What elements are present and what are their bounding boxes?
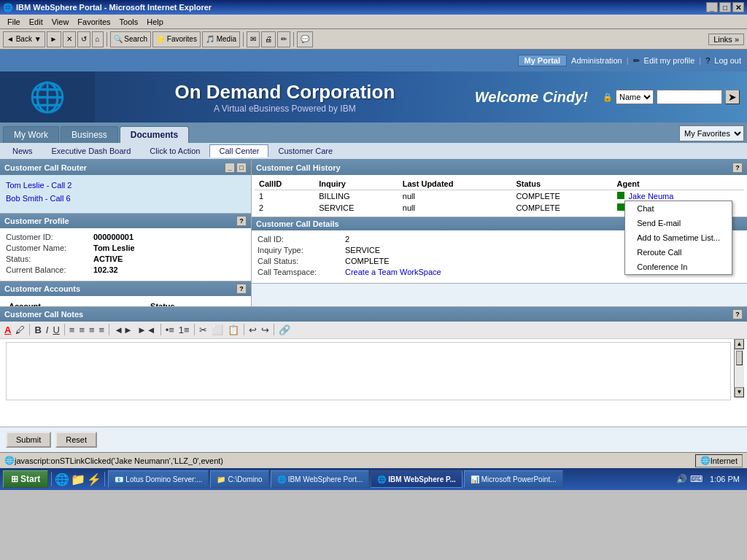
sub-tab-exec-dash[interactable]: Executive Dash Board (42, 144, 141, 158)
home-button[interactable]: ⌂ (92, 31, 104, 47)
window-controls[interactable]: _ □ ✕ (706, 2, 744, 12)
numbered-list-button[interactable]: 1≡ (177, 324, 191, 336)
history-inquiry-2: SERVICE (314, 202, 398, 214)
menu-file[interactable]: File (3, 16, 25, 28)
scroll-down-btn[interactable]: ▼ (735, 387, 744, 397)
mail-button[interactable]: ✉ (247, 31, 260, 47)
favorites-select[interactable]: My Favorites (679, 125, 744, 141)
create-teamspace-link[interactable]: Create a Team WorkSpace (345, 268, 441, 276)
search-button[interactable]: 🔍 Search (110, 31, 151, 47)
bold-button[interactable]: B (33, 324, 42, 336)
bottom-buttons: Submit Reset (0, 427, 747, 452)
call-bob-smith[interactable]: Bob Smith - Call 6 (6, 194, 245, 203)
back-button[interactable]: ◄ Back ▼ (3, 31, 45, 47)
sub-tab-click-to-action[interactable]: Click to Action (140, 144, 209, 158)
call-router-controls[interactable]: _ □ (225, 163, 247, 173)
undo-button[interactable]: ↩ (247, 324, 258, 336)
search-area[interactable]: 🔒 Name Email ID ➤ (603, 90, 740, 104)
search-go-button[interactable]: ➤ (725, 90, 740, 104)
redo-button[interactable]: ↪ (260, 324, 271, 336)
refresh-button[interactable]: ↺ (77, 31, 90, 47)
customer-accounts-controls[interactable]: ? (236, 284, 247, 294)
font-color-button[interactable]: A (3, 324, 12, 336)
notes-editor[interactable] (6, 342, 731, 400)
taskbar-quick-icon-3[interactable]: ⚡ (87, 472, 101, 486)
favorites-dropdown-area[interactable]: My Favorites (679, 125, 744, 141)
sub-tab-news[interactable]: News (3, 144, 42, 158)
menu-help[interactable]: Help (142, 16, 168, 28)
indent-button[interactable]: ►◄ (136, 324, 158, 336)
call-router-restore[interactable]: □ (236, 163, 247, 173)
copy-button[interactable]: ⬜ (210, 324, 225, 336)
details-status-value: COMPLETE (345, 257, 390, 265)
media-button[interactable]: 🎵 Media (202, 31, 240, 47)
stop-button[interactable]: ✕ (63, 31, 76, 47)
taskbar-quick-icon-1[interactable]: 🌐 (55, 472, 69, 486)
tab-documents[interactable]: Documents (120, 126, 189, 143)
customer-profile-help[interactable]: ? (236, 216, 247, 226)
taskbar-powerpoint[interactable]: 📊 Microsoft PowerPoint... (464, 470, 563, 488)
scroll-thumb[interactable] (736, 351, 743, 365)
search-type-select[interactable]: Name Email ID (616, 90, 654, 104)
taskbar-lotus[interactable]: 📧 Lotus Domino Server:... (108, 470, 209, 488)
align-left-button[interactable]: ≡ (68, 324, 77, 336)
align-right-button[interactable]: ≡ (88, 324, 96, 336)
submit-button[interactable]: Submit (6, 432, 51, 448)
administration-link[interactable]: Administration (571, 56, 622, 65)
tab-business[interactable]: Business (61, 126, 118, 143)
minimize-btn[interactable]: _ (706, 2, 718, 12)
sub-tab-call-center[interactable]: Call Center (209, 144, 268, 158)
reset-button[interactable]: Reset (55, 432, 97, 448)
context-menu-conference[interactable]: Conference In (625, 260, 732, 274)
italic-button[interactable]: I (44, 324, 50, 336)
call-history-help[interactable]: ? (732, 163, 743, 173)
menu-tools[interactable]: Tools (115, 16, 143, 28)
context-menu-chat[interactable]: Chat (625, 201, 732, 216)
justify-button[interactable]: ≡ (98, 324, 107, 336)
call-router-minimize[interactable]: _ (225, 163, 235, 173)
outdent-button[interactable]: ◄► (112, 324, 134, 336)
context-menu-email[interactable]: Send E-mail (625, 216, 732, 230)
notes-scrollbar[interactable]: ▲ ▼ (734, 339, 744, 397)
menu-view[interactable]: View (47, 16, 74, 28)
link-button[interactable]: 🔗 (277, 324, 292, 336)
scroll-up-btn[interactable]: ▲ (735, 339, 744, 349)
links-button[interactable]: Links » (708, 34, 744, 45)
bullet-list-button[interactable]: •≡ (164, 324, 176, 336)
agent-jake-link[interactable]: Jake Neuma (629, 192, 674, 201)
start-button[interactable]: ⊞ Start (3, 470, 48, 488)
call-notes-help[interactable]: ? (732, 309, 743, 319)
taskbar-websphere-1[interactable]: 🌐 IBM WebSphere Port... (271, 470, 370, 488)
customer-accounts-help[interactable]: ? (236, 284, 247, 294)
close-btn[interactable]: ✕ (732, 2, 744, 12)
context-menu-sametime[interactable]: Add to Sametime List... (625, 230, 732, 245)
context-menu-reroute[interactable]: Reroute Call (625, 245, 732, 260)
cut-button[interactable]: ✂ (198, 324, 209, 336)
taskbar-quick-icon-2[interactable]: 📁 (71, 472, 85, 486)
align-center-button[interactable]: ≡ (77, 324, 86, 336)
edit-button[interactable]: ✏ (277, 31, 290, 47)
my-portal-button[interactable]: My Portal (518, 55, 568, 66)
company-name: On Demand Corporation (174, 81, 395, 104)
customer-profile-header: Customer Profile ? (0, 214, 251, 228)
menu-edit[interactable]: Edit (25, 16, 47, 28)
menu-bar: File Edit View Favorites Tools Help (0, 15, 747, 29)
underline-button[interactable]: U (51, 324, 61, 336)
tab-my-work[interactable]: My Work (3, 126, 59, 143)
customer-profile-controls[interactable]: ? (236, 216, 247, 226)
discuss-button[interactable]: 💬 (297, 31, 313, 47)
paste-button[interactable]: 📋 (226, 324, 241, 336)
call-tom-leslie[interactable]: Tom Leslie - Call 2 (6, 181, 245, 190)
logout-link[interactable]: Log out (714, 56, 741, 65)
print-button[interactable]: 🖨 (261, 31, 276, 47)
favorites-button[interactable]: ⭐ Favorites (152, 31, 201, 47)
taskbar-domino[interactable]: 📁 C:\Domino (210, 470, 268, 488)
maximize-btn[interactable]: □ (719, 2, 731, 12)
menu-favorites[interactable]: Favorites (73, 16, 115, 28)
taskbar-websphere-2[interactable]: 🌐 IBM WebSphere P... (371, 470, 462, 488)
edit-profile-link[interactable]: Edit my profile (644, 56, 695, 65)
sub-tab-customer-care[interactable]: Customer Care (268, 144, 342, 158)
forward-button[interactable]: ► (47, 31, 61, 47)
search-input[interactable] (657, 90, 722, 104)
highlight-button[interactable]: 🖊 (14, 324, 26, 336)
